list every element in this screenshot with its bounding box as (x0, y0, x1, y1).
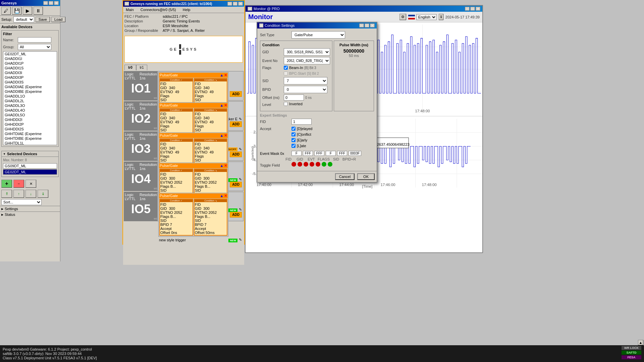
io5-edit-icon[interactable]: ✎ (239, 238, 242, 242)
list-item[interactable]: GHADDL3O (3, 103, 57, 108)
scroll-up-btn[interactable]: ▲ (638, 340, 643, 345)
sid-select[interactable]: 7 (284, 77, 327, 84)
list-item[interactable]: GHADDI3P (3, 75, 57, 80)
monitor-maximize-btn[interactable]: □ (470, 7, 475, 11)
move-bottom-btn[interactable]: ⇓ (38, 190, 48, 198)
list-item[interactable]: GHADDI1P (3, 61, 57, 66)
bpid-select[interactable]: 0 (284, 86, 327, 93)
menu-help[interactable]: Help (181, 7, 192, 12)
maximize-btn[interactable]: □ (49, 1, 53, 5)
move-down-btn[interactable]: ↓ (25, 190, 36, 198)
gid-select[interactable]: 300, SIS18_RING, SIS1 (284, 48, 330, 56)
mask-gid[interactable]: FFF (303, 151, 313, 156)
tab-tr0[interactable]: tr0 (124, 65, 136, 70)
monitor-close-btn[interactable]: ✕ (476, 7, 480, 11)
mask-bpid[interactable]: 0003F (348, 151, 361, 156)
list-item[interactable]: GHHTDIBE (Experime (3, 136, 57, 141)
save-setup-btn[interactable]: Save (36, 17, 50, 22)
dot-7[interactable] (328, 162, 332, 167)
mask-evt[interactable]: FFF (314, 151, 324, 156)
list-item[interactable]: GE02DT_ML (3, 52, 57, 56)
io4-add-btn[interactable]: ADD (230, 182, 242, 187)
popup-close-btn[interactable]: ✕ (238, 2, 243, 6)
io2-add-btn[interactable]: ADD (230, 121, 242, 127)
dot-4[interactable] (310, 162, 314, 167)
filter-title: Filter (3, 32, 57, 36)
monitor-minimize-btn[interactable]: ─ (465, 7, 470, 11)
inverted-checkbox[interactable] (284, 102, 288, 106)
status-section[interactable]: ▶ Status (0, 212, 60, 217)
menu-main[interactable]: Main (124, 7, 135, 12)
list-item[interactable]: GHADDL1O (3, 94, 57, 99)
mask-fid[interactable]: F (291, 151, 302, 156)
mask-sid[interactable]: FFF (337, 151, 347, 156)
load-setup-btn[interactable]: Load (51, 17, 65, 22)
setup-select[interactable]: default (13, 16, 34, 22)
settings-section[interactable]: ▶ Settings (0, 206, 60, 212)
io1-add-btn[interactable]: ADD (230, 91, 242, 97)
event-no-select[interactable]: 2052, CMD_B2B_TRIG( (284, 57, 330, 64)
clear-devices-btn[interactable]: ✕ (25, 180, 36, 188)
save-btn[interactable]: 💾 (12, 7, 21, 15)
monitor-settings-btn[interactable]: ⚙ (399, 14, 406, 20)
move-up-btn[interactable]: ↑ (13, 190, 24, 198)
list-item[interactable]: GHADDIAE (Experime (3, 84, 57, 89)
sort-select[interactable]: Sort... (1, 199, 42, 205)
selected-item[interactable]: GE02DT_ML (3, 169, 57, 175)
group-filter-select[interactable]: All (18, 44, 51, 50)
minimize-btn[interactable]: ─ (43, 1, 48, 5)
run-btn[interactable]: ▶ (23, 7, 32, 15)
dialog-ok-btn[interactable]: OK (357, 173, 375, 180)
new-btn[interactable]: 🖊 (1, 7, 11, 15)
list-item[interactable]: GHHDDI2P (3, 122, 57, 127)
accept-early-checkbox[interactable] (291, 138, 296, 142)
monitor-header: Monitor ⚙ English ℹ 2024-05-17 17:49:39 (246, 12, 482, 22)
dialog-close-btn[interactable]: ✕ (370, 23, 375, 27)
list-item[interactable]: GHADDL2L (3, 99, 57, 103)
name-filter-input[interactable] (18, 37, 51, 43)
io3-add-btn[interactable]: ADD (230, 152, 242, 157)
move-top-btn[interactable]: ⇑ (1, 190, 12, 198)
list-item[interactable]: GHHDDI2S (3, 127, 57, 131)
accept-delayed-checkbox[interactable] (291, 127, 296, 131)
language-dropdown[interactable]: English (416, 14, 437, 20)
accept-conflict-checkbox[interactable] (291, 132, 296, 136)
pause-btn[interactable]: ⏸ (34, 7, 43, 15)
popup-maximize-btn[interactable]: □ (233, 2, 237, 6)
list-item[interactable]: GHADDL5O (3, 113, 57, 117)
add-device-btn[interactable]: + (1, 180, 12, 188)
list-item[interactable]: GHADDI3S (3, 80, 57, 84)
list-item[interactable]: GHADDI1I (3, 56, 57, 61)
list-item[interactable]: GHADDIBE (Experime (3, 89, 57, 94)
tab-tr1[interactable]: tr1 (136, 65, 148, 70)
beam-in-checkbox[interactable] (284, 66, 288, 70)
list-item[interactable]: GHADDL4O (3, 108, 57, 113)
list-item[interactable]: GHADDI3I (3, 70, 57, 75)
list-item[interactable]: GHHTDL1L (3, 141, 57, 145)
selected-item[interactable]: GS09DT_ML (3, 163, 57, 169)
dialog-minimize-btn[interactable]: ─ (359, 23, 364, 27)
popup-minimize-btn[interactable]: ─ (227, 2, 232, 6)
offset-input[interactable] (284, 95, 304, 101)
dot-1[interactable] (291, 162, 296, 167)
dot-3[interactable] (304, 162, 308, 167)
accept-late-checkbox[interactable] (291, 144, 296, 148)
remove-device-btn[interactable]: − (13, 180, 24, 188)
dot-5[interactable] (316, 162, 320, 167)
list-item[interactable]: GHHTDIAE (Experime (3, 131, 57, 136)
dot-2[interactable] (298, 162, 302, 167)
fid-input[interactable] (291, 119, 312, 125)
dialog-maximize-btn[interactable]: □ (365, 23, 369, 27)
close-btn[interactable]: ✕ (54, 1, 59, 5)
list-item[interactable]: GHHDDI2I (3, 117, 57, 122)
dialog-cancel-btn[interactable]: Cancel (335, 173, 355, 180)
bpc-start-checkbox[interactable] (284, 71, 288, 75)
set-type-select[interactable]: Gate/Pulse (291, 31, 345, 39)
dot-6[interactable] (322, 162, 326, 167)
io5-add-btn[interactable]: ADD (230, 212, 242, 218)
mask-flags[interactable]: F (326, 151, 336, 156)
list-item[interactable]: GHADDI1S (3, 66, 57, 70)
monitor-info-btn[interactable]: ℹ (439, 14, 443, 20)
sid-label: SID (262, 79, 282, 83)
menu-connectors[interactable]: Connectors@tr0 (5/5) (139, 7, 177, 12)
